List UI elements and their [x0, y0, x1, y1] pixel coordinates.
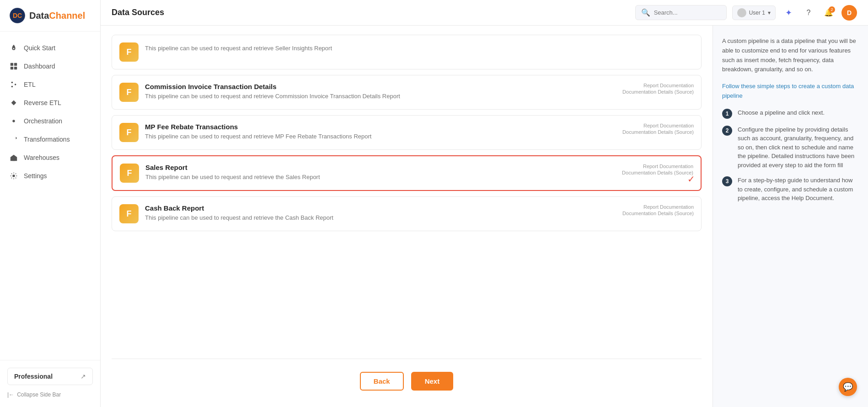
svg-rect-5 — [14, 67, 17, 69]
svg-point-11 — [12, 174, 15, 177]
pipeline-icon-sales: F — [120, 164, 139, 183]
sidebar-item-orchestration[interactable]: Orchestration — [0, 112, 100, 130]
doc-source-link-cashback: Documentation Details (Source) — [622, 211, 694, 216]
sidebar-item-settings[interactable]: Settings — [0, 167, 100, 185]
user-dropdown[interactable]: User 1 ▾ — [732, 5, 776, 20]
svg-point-8 — [11, 86, 13, 88]
professional-label: Professional — [14, 373, 53, 380]
pipeline-icon-mp-fee: F — [119, 123, 139, 142]
topbar: Data Sources 🔍 User 1 ▾ ✦ ? 🔔 2 D — [101, 0, 868, 26]
svg-point-9 — [12, 120, 15, 122]
sidebar-item-quick-start[interactable]: Quick Start — [0, 39, 100, 57]
pipeline-card-seller-insights[interactable]: F This pipeline can be used to request a… — [112, 35, 702, 69]
sidebar-item-label: Orchestration — [24, 117, 62, 125]
pipeline-desc-cashback: This pipeline can be used to request and… — [145, 214, 616, 222]
selected-check-icon: ✓ — [687, 174, 695, 185]
step-item-3: 3 For a step-by-step guide to understand… — [722, 176, 859, 203]
grid-icon — [9, 62, 18, 71]
pipeline-card-cashback[interactable]: F Cash Back Report This pipeline can be … — [112, 196, 702, 231]
search-input[interactable] — [654, 9, 721, 16]
pipeline-info-cashback: Cash Back Report This pipeline can be us… — [145, 204, 616, 222]
doc-link-cashback: Report Documentation — [643, 204, 694, 210]
collapse-sidebar-button[interactable]: |← Collapse Side Bar — [7, 390, 93, 400]
pipeline-card-mp-fee[interactable]: F MP Fee Rebate Transactions This pipeli… — [112, 115, 702, 150]
sidebar-nav: Quick Start Dashboard ETL Reverse ETL — [0, 32, 100, 360]
pipeline-info-mp-fee: MP Fee Rebate Transactions This pipeline… — [145, 123, 616, 141]
pipeline-links-mp-fee: Report Documentation Documentation Detai… — [622, 123, 694, 135]
content-area: F This pipeline can be used to request a… — [101, 26, 868, 407]
pipeline-list: F This pipeline can be used to request a… — [112, 35, 702, 353]
step-number-3: 3 — [722, 176, 732, 186]
step-item-1: 1 Choose a pipeline and click next. — [722, 108, 859, 119]
step-number-1: 1 — [722, 109, 732, 119]
sidebar-item-label: Transformations — [24, 136, 70, 143]
pipeline-desc-commission: This pipeline can be used to request and… — [145, 92, 616, 100]
next-button[interactable]: Next — [411, 372, 454, 391]
step-text-3: For a step-by-step guide to understand h… — [738, 176, 859, 203]
doc-link-sales: Report Documentation — [643, 164, 693, 169]
sparkle-button[interactable]: ✦ — [781, 5, 796, 20]
divider — [112, 359, 702, 359]
sidebar-item-transformations[interactable]: Transformations — [0, 130, 100, 148]
step-number-2: 2 — [722, 126, 732, 136]
pipeline-desc-seller: This pipeline can be used to request and… — [145, 44, 623, 53]
svg-rect-3 — [14, 63, 17, 66]
svg-rect-2 — [11, 63, 13, 66]
sidebar-item-label: Quick Start — [24, 44, 55, 52]
pipeline-links-cashback: Report Documentation Documentation Detai… — [622, 204, 694, 216]
search-icon: 🔍 — [641, 8, 650, 17]
back-button[interactable]: Back — [360, 372, 404, 391]
chat-bubble-button[interactable]: 💬 — [839, 378, 857, 396]
logo: DC DataChannel — [0, 0, 100, 32]
professional-badge[interactable]: Professional ↗ — [7, 368, 93, 385]
sidebar-item-label: Settings — [24, 172, 47, 180]
reverse-etl-icon — [9, 98, 18, 107]
sidebar-footer: Professional ↗ |← Collapse Side Bar — [0, 360, 100, 407]
rocket-icon — [9, 43, 18, 53]
doc-source-link-sales: Documentation Details (Source) — [622, 170, 693, 175]
help-button[interactable]: ? — [801, 5, 816, 20]
logo-data-text: Data — [29, 11, 49, 21]
sidebar-item-label: Dashboard — [24, 63, 55, 70]
search-box[interactable]: 🔍 — [635, 5, 727, 20]
page-title: Data Sources — [112, 8, 164, 17]
action-buttons: Back Next — [112, 365, 702, 398]
chevron-down-icon: ▾ — [768, 10, 771, 16]
logo-icon: DC — [9, 7, 26, 24]
svg-rect-4 — [11, 67, 13, 69]
pipeline-desc-sales: This pipeline can be used to request and… — [145, 173, 616, 181]
doc-source-link-commission: Documentation Details (Source) — [622, 89, 694, 95]
pipeline-card-sales-report[interactable]: F Sales Report This pipeline can be used… — [112, 155, 702, 191]
step-item-2: 2 Configure the pipeline by providing de… — [722, 125, 859, 170]
help-intro-text: A custom pipeline is a data pipeline tha… — [722, 37, 859, 74]
svg-rect-10 — [12, 159, 15, 161]
notification-button[interactable]: 🔔 2 — [821, 5, 836, 20]
chat-icon: 💬 — [843, 382, 853, 392]
user-avatar-placeholder — [737, 8, 746, 17]
sidebar-item-dashboard[interactable]: Dashboard — [0, 57, 100, 75]
sidebar-item-warehouses[interactable]: Warehouses — [0, 148, 100, 167]
warehouses-icon — [9, 153, 18, 162]
pipeline-info-commission: Commission Invoice Transaction Details T… — [145, 83, 616, 100]
avatar[interactable]: D — [841, 5, 857, 21]
external-link-icon: ↗ — [80, 373, 86, 380]
doc-source-link-mp-fee: Documentation Details (Source) — [622, 129, 694, 135]
sidebar-item-etl[interactable]: ETL — [0, 75, 100, 94]
step-text-2: Configure the pipeline by providing deta… — [738, 125, 859, 170]
transformations-icon — [9, 135, 18, 144]
sidebar-item-reverse-etl[interactable]: Reverse ETL — [0, 94, 100, 112]
user-label: User 1 — [749, 10, 765, 16]
svg-text:DC: DC — [13, 12, 22, 19]
pipeline-icon-seller: F — [119, 42, 139, 62]
doc-link-commission: Report Documentation — [643, 83, 694, 88]
pipeline-card-commission[interactable]: F Commission Invoice Transaction Details… — [112, 75, 702, 110]
right-panel: A custom pipeline is a data pipeline tha… — [713, 26, 868, 407]
collapse-icon: |← — [7, 391, 14, 398]
pipeline-name-mp-fee: MP Fee Rebate Transactions — [145, 123, 616, 131]
doc-link-mp-fee: Report Documentation — [643, 123, 694, 128]
etl-icon — [9, 80, 18, 89]
sidebar: DC DataChannel Quick Start Dashboard ETL — [0, 0, 101, 407]
sidebar-item-label: Warehouses — [24, 154, 59, 161]
steps-list: 1 Choose a pipeline and click next. 2 Co… — [722, 108, 859, 203]
notification-badge: 2 — [829, 6, 835, 13]
